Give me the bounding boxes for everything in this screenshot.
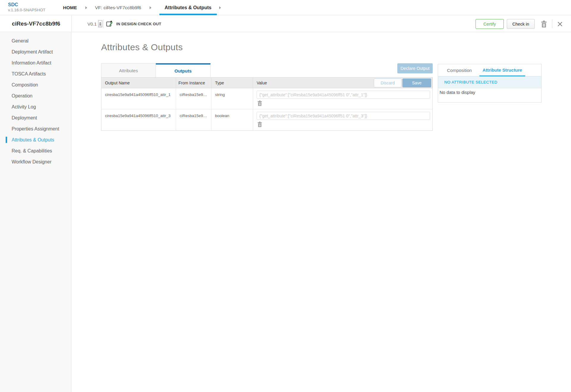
lifecycle-state: IN DESIGN CHECK OUT [106,15,161,32]
declare-output-button[interactable]: Declare Output [397,63,433,73]
left-sidebar: General Deployment Artifact Information … [0,32,71,392]
delete-output-button[interactable] [257,100,263,106]
brand-version: v.1.16.0-SNAPSHOT [8,8,46,13]
breadcrumb: HOME VF: ciRes-VF7cc8b9f6 Attributes & O… [63,0,221,15]
checkin-button[interactable]: Check in [507,19,535,29]
from-instance-cell: ciResba15e9a... [176,88,211,109]
header-divider [71,15,72,32]
sidebar-item-tosca-artifacts[interactable]: TOSCA Artifacts [0,68,71,79]
top-nav-bar: SDC v.1.16.0-SNAPSHOT HOME VF: ciRes-VF7… [0,0,571,15]
sidebar-item-general[interactable]: General [0,35,71,46]
breadcrumb-home[interactable]: HOME [63,5,77,10]
type-cell: string [211,88,253,109]
breadcrumb-arrow-icon [219,6,221,9]
version-label: V0.1 [87,21,97,26]
from-instance-cell: ciResba15e9a... [176,109,211,130]
sidebar-item-information-artifact[interactable]: Information Artifact [0,57,71,68]
sidebar-item-operation[interactable]: Operation [0,90,71,101]
attributes-outputs-tabs: Attributes Outputs Declare Output [101,63,433,77]
output-name-cell: ciresba15e9a941a45096ff510_attr_3 [101,109,176,130]
close-button[interactable] [557,21,563,28]
delete-component-button[interactable] [540,21,548,28]
breadcrumb-arrow-icon [85,6,87,9]
sidebar-item-workflow-designer[interactable]: Workflow Designer [0,156,71,167]
outputs-table: Output Name From Instance Type Value Dis… [101,77,433,131]
component-header: ciRes-VF7cc8b9f6 V0.1 IN DESIGN CHECK OU… [0,15,571,32]
main-content: Attributes & Outputs Attributes Outputs … [72,32,571,392]
output-name-cell: ciresba15e9a941a45096ff510_attr_1 [101,88,176,109]
checkout-pencil-icon [106,21,113,27]
column-header-output-name: Output Name [101,78,176,88]
breadcrumb-vf[interactable]: VF: ciRes-VF7cc8b9f6 [95,5,141,10]
panel-tab-gap [475,64,479,76]
save-button[interactable]: Save [402,78,431,87]
panel-tab-composition[interactable]: Composition [444,64,475,76]
sidebar-menu: General Deployment Artifact Information … [0,32,71,167]
close-icon [557,21,563,27]
sidebar-item-attributes-outputs[interactable]: Attributes & Outputs [0,134,71,145]
sdc-logo: SDC v.1.16.0-SNAPSHOT [8,2,46,13]
lifecycle-state-label: IN DESIGN CHECK OUT [116,22,161,26]
sidebar-item-deployment-artifact[interactable]: Deployment Artifact [0,46,71,57]
active-item-indicator [6,137,7,143]
component-title: ciRes-VF7cc8b9f6 [12,15,60,32]
header-divider [552,19,552,28]
tab-attributes[interactable]: Attributes [101,63,156,77]
output-value-input[interactable] [257,91,430,99]
sidebar-item-deployment[interactable]: Deployment [0,112,71,123]
type-cell: boolean [211,109,253,130]
sidebar-item-req-capabilities[interactable]: Req. & Capabilities [0,145,71,156]
empty-state-text: No data to display [438,88,541,102]
column-header-from-instance: From Instance [176,78,211,88]
discard-button[interactable]: Discard [374,78,401,87]
outputs-table-header: Output Name From Instance Type Value Dis… [101,78,432,88]
output-value-input[interactable] [257,112,430,120]
sidebar-item-activity-log[interactable]: Activity Log [0,101,71,112]
delete-output-button[interactable] [257,122,263,127]
sidebar-item-properties-assignment[interactable]: Properties Assignment [0,123,71,134]
spinner-up-icon[interactable] [99,22,101,23]
panel-tab-attribute-structure[interactable]: Attribute Structure [479,64,525,76]
attribute-detail-panel: Composition Attribute Structure NO ATTRI… [438,64,542,103]
value-cell [253,88,432,109]
table-row: ciresba15e9a941a45096ff510_attr_3 ciResb… [101,109,432,130]
tab-outputs[interactable]: Outputs [156,63,211,77]
sidebar-item-composition[interactable]: Composition [0,79,71,90]
outputs-workspace: Attributes Outputs Declare Output Output… [101,63,433,131]
trash-icon [257,122,262,127]
column-header-type: Type [211,78,253,88]
version-selector[interactable]: V0.1 [87,15,102,32]
breadcrumb-arrow-icon [150,6,151,9]
table-row: ciresba15e9a941a45096ff510_attr_1 ciResb… [101,88,432,109]
breadcrumb-attributes-outputs-active[interactable]: Attributes & Outputs [159,0,217,15]
no-attribute-selected-banner: NO ATTRIBUTE SELECTED [438,76,541,88]
brand-name: SDC [8,2,46,8]
value-cell [253,109,432,130]
trash-icon [257,100,262,106]
version-spinner[interactable] [98,20,102,27]
sidebar-item-label: Attributes & Outputs [12,137,54,142]
panel-tabs: Composition Attribute Structure [438,64,541,76]
trash-icon [541,21,547,28]
page-title: Attributes & Outputs [101,42,183,52]
certify-button[interactable]: Certify [476,19,504,29]
spinner-down-icon[interactable] [99,24,101,26]
header-divider [103,19,103,28]
